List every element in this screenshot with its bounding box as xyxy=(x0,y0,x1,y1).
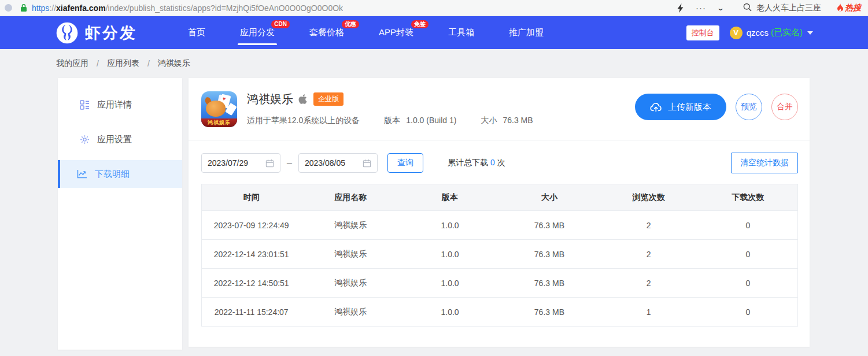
brand-logo[interactable]: 虾分发 xyxy=(55,21,137,44)
cell-downloads: 0 xyxy=(699,240,798,269)
end-date-value: 2023/08/05 xyxy=(305,158,363,168)
navbar-right: 控制台 V qzccs (已实名) xyxy=(686,25,813,40)
sidebar-item-download-details[interactable]: 下载明细 xyxy=(58,160,182,188)
calendar-icon xyxy=(363,159,371,168)
nav-item-home[interactable]: 首页 xyxy=(171,16,223,49)
cell-downloads: 0 xyxy=(699,211,798,240)
table-row: 2022-11-11 15:24:07 鸿祺娱乐 1.0.0 76.3 MB 1… xyxy=(202,298,798,327)
merge-button[interactable]: 合并 xyxy=(771,94,798,120)
version-label: 版本 xyxy=(384,116,400,125)
console-button[interactable]: 控制台 xyxy=(686,25,719,40)
sidebar-item-app-details[interactable]: 应用详情 xyxy=(58,91,182,118)
divider xyxy=(189,140,810,140)
col-version: 版本 xyxy=(400,184,500,211)
upload-new-version-button[interactable]: 上传新版本 xyxy=(635,94,726,120)
cell-views: 2 xyxy=(599,211,699,240)
flame-icon xyxy=(836,3,844,13)
browser-search[interactable]: 老人火车上占三座 xyxy=(743,3,821,13)
avatar[interactable]: V xyxy=(730,27,743,39)
brand-name: 虾分发 xyxy=(85,23,137,43)
cell-time: 2022-12-14 23:01:51 xyxy=(202,240,301,269)
end-date-input[interactable]: 2023/08/05 xyxy=(298,153,378,173)
clear-statistics-button[interactable]: 清空统计数据 xyxy=(731,153,798,173)
version-value: 1.0.0 (Build 1) xyxy=(406,116,456,125)
start-date-input[interactable]: 2023/07/29 xyxy=(201,153,280,173)
shrimp-logo-icon xyxy=(55,21,79,44)
breadcrumb-my-apps[interactable]: 我的应用 xyxy=(56,58,88,69)
cell-version: 1.0.0 xyxy=(400,269,500,298)
enterprise-badge: 企业版 xyxy=(313,92,343,106)
total-downloads-count: 0 xyxy=(490,158,495,167)
cloud-upload-icon xyxy=(650,102,662,112)
nav-item-label: 工具箱 xyxy=(448,27,474,38)
app-compat: 适用于苹果12.0系统以上的设备 xyxy=(247,116,360,126)
table-row: 2022-12-14 23:01:51 鸿祺娱乐 1.0.0 76.3 MB 2… xyxy=(202,240,798,269)
chevron-down-icon[interactable]: ⌄ xyxy=(716,4,725,12)
cell-time: 2022-12-12 14:50:51 xyxy=(202,269,301,298)
nav-item-app-distribution[interactable]: 应用分发 CDN xyxy=(223,16,292,49)
sidebar: 应用详情 应用设置 下载明细 xyxy=(58,78,182,350)
username[interactable]: qzccs xyxy=(747,28,769,38)
cell-version: 1.0.0 xyxy=(400,240,500,269)
breadcrumb: 我的应用 / 应用列表 / 鸿祺娱乐 xyxy=(0,49,868,78)
sidebar-item-label: 应用设置 xyxy=(97,134,132,145)
cell-app-name: 鸿祺娱乐 xyxy=(301,269,400,298)
grid-list-icon xyxy=(79,100,90,110)
col-time: 时间 xyxy=(202,184,301,211)
nav-item-toolbox[interactable]: 工具箱 xyxy=(431,16,492,49)
preview-button[interactable]: 预览 xyxy=(736,94,762,120)
table-row: 2023-07-09 12:24:49 鸿祺娱乐 1.0.0 76.3 MB 2… xyxy=(202,211,798,240)
cell-size: 76.3 MB xyxy=(500,211,599,240)
nav-item-app-wrap[interactable]: APP封装 免签 xyxy=(361,16,431,49)
lock-icon xyxy=(20,3,27,12)
search-icon xyxy=(743,3,752,13)
cell-downloads: 0 xyxy=(699,298,798,327)
nav-item-pricing[interactable]: 套餐价格 优惠 xyxy=(292,16,361,49)
nav-item-label: 应用分发 xyxy=(240,27,275,38)
hot-search[interactable]: 热搜 xyxy=(836,3,861,13)
query-button[interactable]: 查询 xyxy=(387,153,423,173)
sidebar-item-label: 应用详情 xyxy=(97,99,132,110)
col-size: 大小 xyxy=(500,184,599,211)
breadcrumb-separator: / xyxy=(97,59,99,68)
breadcrumb-app-list[interactable]: 应用列表 xyxy=(107,58,139,69)
cell-app-name: 鸿祺娱乐 xyxy=(301,240,400,269)
size-value: 76.3 MB xyxy=(503,116,533,125)
main-navbar: 虾分发 首页 应用分发 CDN 套餐价格 优惠 APP封装 免签 工具箱 推广加… xyxy=(0,16,868,49)
nav-menu: 首页 应用分发 CDN 套餐价格 优惠 APP封装 免签 工具箱 推广加盟 xyxy=(171,16,561,49)
cell-size: 76.3 MB xyxy=(500,298,599,327)
cell-app-name: 鸿祺娱乐 xyxy=(301,298,400,327)
more-menu-icon[interactable]: ··· xyxy=(696,3,706,13)
nav-item-label: APP封装 xyxy=(379,27,413,38)
nav-item-label: 套餐价格 xyxy=(309,27,344,38)
app-name: 鸿祺娱乐 xyxy=(247,91,293,107)
cell-size: 76.3 MB xyxy=(500,269,599,298)
gear-icon xyxy=(79,135,90,144)
lightning-icon[interactable] xyxy=(677,3,684,13)
url-scheme: https xyxy=(32,3,49,13)
table-header-row: 时间 应用名称 版本 大小 浏览次数 下载次数 xyxy=(202,184,798,211)
sidebar-item-label: 下载明细 xyxy=(95,169,130,180)
cell-time: 2023-07-09 12:24:49 xyxy=(202,211,301,240)
nav-item-label: 首页 xyxy=(188,27,205,38)
table-row: 2022-12-12 14:50:51 鸿祺娱乐 1.0.0 76.3 MB 2… xyxy=(202,269,798,298)
size-label: 大小 xyxy=(481,116,497,125)
app-icon: ♥ 鸿祺娱乐 xyxy=(201,91,237,127)
filter-row: 2023/07/29 – 2023/08/05 查询 累计总下载0次 清空统计数… xyxy=(201,153,798,173)
cell-app-name: 鸿祺娱乐 xyxy=(301,211,400,240)
nav-item-affiliate[interactable]: 推广加盟 xyxy=(492,16,561,49)
cell-size: 76.3 MB xyxy=(500,240,599,269)
start-date-value: 2023/07/29 xyxy=(208,158,265,168)
url-separator: :// xyxy=(49,3,56,13)
app-meta: 适用于苹果12.0系统以上的设备 版本1.0.0 (Build 1) 大小76.… xyxy=(247,116,557,126)
nav-item-label: 推广加盟 xyxy=(509,27,544,38)
user-caret-icon[interactable] xyxy=(807,31,813,35)
sidebar-item-app-settings[interactable]: 应用设置 xyxy=(58,125,182,153)
cell-views: 1 xyxy=(599,298,699,327)
app-icon-banner: 鸿祺娱乐 xyxy=(201,118,237,127)
address-bar[interactable]: https://xiafenfa.com/index/publish_stati… xyxy=(32,3,343,13)
cell-version: 1.0.0 xyxy=(400,298,500,327)
apple-icon xyxy=(298,94,308,105)
extension-dot-icon[interactable] xyxy=(5,4,12,12)
total-downloads: 累计总下载0次 xyxy=(448,158,505,168)
